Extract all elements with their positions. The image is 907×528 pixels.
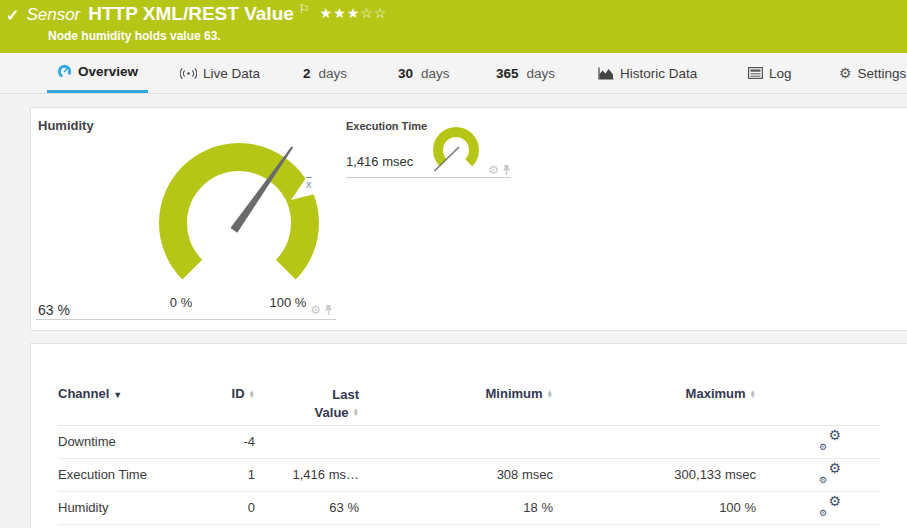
humidity-current-value: 63 % [38,302,70,318]
cell-id: -4 [198,425,255,458]
cell-min: 18 % [359,491,553,524]
humidity-gauge-widget: Humidity x 0 % 100 % 63 % ⚙ [36,116,336,320]
channel-settings-icon[interactable]: ⚙ ⚙ [819,431,841,449]
live-data-icon [180,67,197,80]
widget-pin-icon[interactable] [324,304,333,316]
sensor-kind-label: Sensor [26,5,80,25]
tab-live-data-label: Live Data [203,66,260,81]
tab-2-days[interactable]: 2 days [293,53,357,93]
tab-overview-label: Overview [78,64,138,79]
cell-max: 300,133 msec [553,458,756,491]
tab-365-days-number: 365 [496,66,519,81]
sort-caret-icon: ▼ [113,390,122,400]
column-header-id[interactable]: ID▲▼ [198,378,255,425]
humidity-gauge [139,120,339,320]
sensor-status-header: ✓ Sensor HTTP XML/REST Value ⚐ ★★★☆☆ Nod… [0,0,907,53]
cell-max: 100 % [553,491,756,524]
channel-settings-icon[interactable]: ⚙ ⚙ [819,497,841,515]
log-icon [748,67,763,79]
tab-2-days-number: 2 [303,66,311,81]
cell-id: 0 [198,491,255,524]
sort-icon: ▲▼ [547,390,553,398]
sort-icon: ▲▼ [353,408,359,416]
average-marker-label: x [306,178,312,190]
table-row-execution-time[interactable]: Execution Time 1 1,416 ms… 308 msec 300,… [58,458,881,491]
gauge-max-label: 100 % [263,295,313,310]
tab-settings[interactable]: ⚙ Settings [829,53,907,93]
tab-2-days-label: days [319,66,348,81]
tab-365-days-label: days [527,66,556,81]
column-header-maximum[interactable]: Maximum▲▼ [553,378,756,425]
execution-time-value: 1,416 msec [346,154,413,169]
historic-chart-icon [598,67,614,80]
cell-last [255,425,359,458]
cell-min: 308 msec [359,458,553,491]
tab-log[interactable]: Log [738,53,802,93]
cell-last: 63 % [255,491,359,524]
table-row-humidity[interactable]: Humidity 0 63 % 18 % 100 % ⚙ ⚙ [58,491,881,524]
sort-icon: ▲▼ [249,390,255,398]
status-ok-icon: ✓ [6,6,19,25]
flag-icon[interactable]: ⚐ [299,2,310,16]
tab-settings-label: Settings [858,66,907,81]
sensor-title: HTTP XML/REST Value [88,3,294,25]
priority-stars[interactable]: ★★★☆☆ [320,5,388,21]
gauge-icon [57,64,72,79]
cell-channel[interactable]: Execution Time [58,458,198,491]
sensor-status-message: Node humidity holds value 63. [48,29,221,43]
tab-30-days-number: 30 [398,66,413,81]
stars-empty: ☆☆ [360,5,387,21]
overview-gauges-panel: Humidity x 0 % 100 % 63 % ⚙ Execution Ti… [30,107,907,331]
tab-30-days-label: days [421,66,450,81]
execution-time-widget: Execution Time 1,416 msec ⚙ [346,118,511,178]
tab-30-days[interactable]: 30 days [388,53,460,93]
cell-channel[interactable]: Humidity [58,491,198,524]
execution-time-gauge [429,121,485,177]
tab-overview[interactable]: Overview [47,53,148,93]
cell-last: 1,416 ms… [255,458,359,491]
channels-panel: Channel▼ ID▲▼ Last Value▲▼ Minimum▲▼ Max… [30,343,907,528]
cell-id: 1 [198,458,255,491]
column-header-last-value[interactable]: Last Value▲▼ [255,378,359,425]
humidity-gauge-title: Humidity [38,118,94,133]
execution-time-title: Execution Time [346,120,427,132]
sort-icon: ▲▼ [750,390,756,398]
tab-log-label: Log [769,66,792,81]
tab-live-data[interactable]: Live Data [170,53,270,93]
cell-max [553,425,756,458]
widget-gear-icon[interactable]: ⚙ [488,164,499,176]
gauge-min-label: 0 % [161,295,201,310]
channels-table: Channel▼ ID▲▼ Last Value▲▼ Minimum▲▼ Max… [58,378,881,525]
column-header-minimum[interactable]: Minimum▲▼ [359,378,553,425]
widget-pin-icon[interactable] [502,164,511,176]
channel-settings-icon[interactable]: ⚙ ⚙ [819,464,841,482]
table-row-downtime[interactable]: Downtime -4 ⚙ ⚙ [58,425,881,458]
cell-min [359,425,553,458]
tab-bar: Overview Live Data 2 days 30 days 365 da… [0,53,907,94]
tab-historic-data[interactable]: Historic Data [588,53,707,93]
settings-gear-icon: ⚙ [839,66,852,80]
tab-historic-data-label: Historic Data [620,66,697,81]
cell-channel[interactable]: Downtime [58,425,198,458]
stars-filled: ★★★ [320,5,361,21]
tab-365-days[interactable]: 365 days [486,53,565,93]
column-header-channel[interactable]: Channel▼ [58,378,198,425]
widget-gear-icon[interactable]: ⚙ [310,304,321,316]
